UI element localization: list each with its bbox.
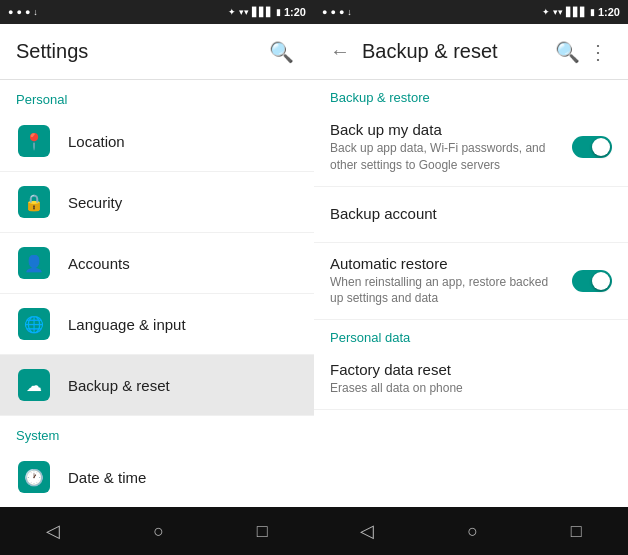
backup-app-bar: ← Backup & reset 🔍 ⋮ bbox=[314, 24, 628, 80]
backup-icon: ☁ bbox=[18, 369, 50, 401]
notif-icon-r1: ● bbox=[322, 7, 327, 17]
security-icon-wrapper: 🔒 bbox=[16, 184, 52, 220]
nav-bar-left: ◁ ○ □ bbox=[0, 507, 314, 555]
home-button-r[interactable]: ○ bbox=[447, 513, 498, 550]
more-options-icon[interactable]: ⋮ bbox=[584, 36, 612, 68]
sidebar-item-security[interactable]: 🔒 Security bbox=[0, 172, 314, 233]
settings-title: Settings bbox=[16, 40, 265, 63]
location-label: Location bbox=[68, 133, 125, 150]
backup-label: Backup & reset bbox=[68, 377, 170, 394]
datetime-icon: 🕐 bbox=[18, 461, 50, 493]
backup-account-title: Backup account bbox=[330, 205, 604, 222]
security-icon: 🔒 bbox=[18, 186, 50, 218]
notif-icon-r4: ↓ bbox=[347, 7, 352, 17]
battery-icon: ▮ bbox=[276, 7, 281, 17]
back-up-data-title: Back up my data bbox=[330, 121, 564, 138]
backup-account-item[interactable]: Backup account bbox=[314, 187, 628, 243]
auto-restore-title: Automatic restore bbox=[330, 255, 564, 272]
factory-reset-title: Factory data reset bbox=[330, 361, 604, 378]
language-icon: 🌐 bbox=[18, 308, 50, 340]
bluetooth-icon-r: ✦ bbox=[542, 7, 550, 17]
sidebar-item-backup[interactable]: ☁ Backup & reset bbox=[0, 355, 314, 416]
datetime-label: Date & time bbox=[68, 469, 146, 486]
search-icon-right[interactable]: 🔍 bbox=[551, 36, 584, 68]
accounts-icon: 👤 bbox=[18, 247, 50, 279]
sidebar-item-location[interactable]: 📍 Location bbox=[0, 111, 314, 172]
search-icon[interactable]: 🔍 bbox=[265, 36, 298, 68]
auto-restore-subtitle: When reinstalling an app, restore backed… bbox=[330, 274, 564, 308]
notification-icon2: ● bbox=[16, 7, 21, 17]
signal-icon-r: ▋▋▋ bbox=[566, 7, 587, 17]
status-bar-right: ● ● ● ↓ ✦ ▾▾ ▋▋▋ ▮ 1:20 bbox=[314, 0, 628, 24]
settings-app-bar: Settings 🔍 bbox=[0, 24, 314, 80]
notification-icon: ● bbox=[8, 7, 13, 17]
backup-title: Backup & reset bbox=[362, 40, 551, 63]
accounts-label: Accounts bbox=[68, 255, 130, 272]
backup-account-content: Backup account bbox=[330, 205, 612, 224]
status-icons-right: ✦ ▾▾ ▋▋▋ ▮ 1:20 bbox=[228, 6, 306, 18]
sidebar-item-accounts[interactable]: 👤 Accounts bbox=[0, 233, 314, 294]
factory-reset-content: Factory data reset Erases all data on ph… bbox=[330, 361, 612, 397]
factory-reset-item[interactable]: Factory data reset Erases all data on ph… bbox=[314, 349, 628, 410]
sidebar-item-datetime[interactable]: 🕐 Date & time bbox=[0, 447, 314, 507]
notif-icon-r3: ● bbox=[339, 7, 344, 17]
battery-icon-r: ▮ bbox=[590, 7, 595, 17]
auto-restore-content: Automatic restore When reinstalling an a… bbox=[330, 255, 572, 308]
back-up-data-content: Back up my data Back up app data, Wi-Fi … bbox=[330, 121, 572, 174]
recent-button-r[interactable]: □ bbox=[551, 513, 602, 550]
location-icon: 📍 bbox=[18, 125, 50, 157]
back-arrow-icon[interactable]: ← bbox=[330, 40, 350, 63]
status-icons-left: ● ● ● ↓ bbox=[8, 7, 38, 17]
status-icons-right-right: ✦ ▾▾ ▋▋▋ ▮ 1:20 bbox=[542, 6, 620, 18]
accounts-icon-wrapper: 👤 bbox=[16, 245, 52, 281]
backup-icon-wrapper: ☁ bbox=[16, 367, 52, 403]
sidebar-item-language[interactable]: 🌐 Language & input bbox=[0, 294, 314, 355]
status-time-r: 1:20 bbox=[598, 6, 620, 18]
factory-reset-subtitle: Erases all data on phone bbox=[330, 380, 604, 397]
notif-icon-r2: ● bbox=[330, 7, 335, 17]
status-bar-left: ● ● ● ↓ ✦ ▾▾ ▋▋▋ ▮ 1:20 bbox=[0, 0, 314, 24]
system-section-header: System bbox=[0, 416, 314, 447]
home-button[interactable]: ○ bbox=[133, 513, 184, 550]
auto-restore-toggle[interactable] bbox=[572, 270, 612, 292]
notification-icon4: ↓ bbox=[33, 7, 38, 17]
datetime-icon-wrapper: 🕐 bbox=[16, 459, 52, 495]
personal-data-header: Personal data bbox=[314, 320, 628, 349]
status-time: 1:20 bbox=[284, 6, 306, 18]
security-label: Security bbox=[68, 194, 122, 211]
back-button[interactable]: ◁ bbox=[26, 512, 80, 550]
notification-icon3: ● bbox=[25, 7, 30, 17]
language-label: Language & input bbox=[68, 316, 186, 333]
backup-restore-header: Backup & restore bbox=[314, 80, 628, 109]
back-button-r[interactable]: ◁ bbox=[340, 512, 394, 550]
backup-detail-list: Backup & restore Back up my data Back up… bbox=[314, 80, 628, 507]
location-icon-wrapper: 📍 bbox=[16, 123, 52, 159]
personal-section-header: Personal bbox=[0, 80, 314, 111]
settings-list: Personal 📍 Location 🔒 Security 👤 Account… bbox=[0, 80, 314, 507]
auto-restore-item[interactable]: Automatic restore When reinstalling an a… bbox=[314, 243, 628, 321]
back-up-data-item[interactable]: Back up my data Back up app data, Wi-Fi … bbox=[314, 109, 628, 187]
wifi-icon-r: ▾▾ bbox=[553, 7, 563, 17]
backup-panel: ● ● ● ↓ ✦ ▾▾ ▋▋▋ ▮ 1:20 ← Backup & reset… bbox=[314, 0, 628, 555]
bluetooth-icon: ✦ bbox=[228, 7, 236, 17]
settings-panel: ● ● ● ↓ ✦ ▾▾ ▋▋▋ ▮ 1:20 Settings 🔍 Perso… bbox=[0, 0, 314, 555]
recent-button[interactable]: □ bbox=[237, 513, 288, 550]
nav-bar-right: ◁ ○ □ bbox=[314, 507, 628, 555]
wifi-icon: ▾▾ bbox=[239, 7, 249, 17]
signal-icon: ▋▋▋ bbox=[252, 7, 273, 17]
back-up-data-toggle[interactable] bbox=[572, 136, 612, 158]
language-icon-wrapper: 🌐 bbox=[16, 306, 52, 342]
back-up-data-subtitle: Back up app data, Wi-Fi passwords, and o… bbox=[330, 140, 564, 174]
status-icons-right-left: ● ● ● ↓ bbox=[322, 7, 352, 17]
